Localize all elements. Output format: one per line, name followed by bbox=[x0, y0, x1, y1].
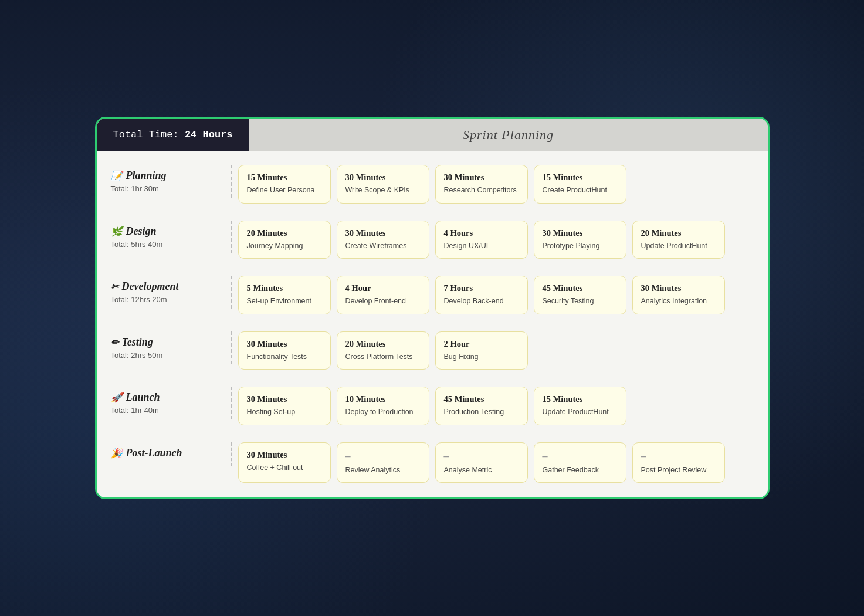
task-time-development-3: 45 Minutes bbox=[543, 283, 618, 293]
task-desc-design-4: Update ProductHunt bbox=[641, 241, 716, 252]
task-card-post-launch-0: 30 MinutesCoffee + Chill out bbox=[238, 442, 331, 483]
row-planning: 📝PlanningTotal: 1hr 30m15 MinutesDefine … bbox=[97, 157, 768, 212]
task-time-design-1: 30 Minutes bbox=[345, 228, 421, 238]
task-time-development-2: 7 Hours bbox=[444, 283, 519, 293]
task-time-planning-1: 30 Minutes bbox=[345, 172, 421, 182]
task-desc-post-launch-1: Review Analytics bbox=[345, 465, 421, 476]
task-card-design-3: 30 MinutesPrototype Playing bbox=[534, 221, 626, 259]
task-time-design-0: 20 Minutes bbox=[247, 228, 322, 238]
task-desc-post-launch-4: Post Project Review bbox=[641, 465, 716, 476]
category-name-launch: 🚀Launch bbox=[111, 391, 224, 404]
category-icon-post-launch: 🎉 bbox=[111, 448, 123, 459]
task-time-design-3: 30 Minutes bbox=[543, 228, 618, 238]
task-desc-launch-3: Update ProductHunt bbox=[543, 407, 618, 418]
task-time-design-2: 4 Hours bbox=[444, 228, 519, 238]
task-desc-launch-0: Hosting Set-up bbox=[247, 407, 322, 418]
task-time-development-0: 5 Minutes bbox=[247, 283, 322, 293]
row-label-post-launch: 🎉Post-Launch bbox=[106, 442, 232, 466]
task-time-post-launch-4: – bbox=[641, 450, 716, 462]
task-desc-post-launch-0: Coffee + Chill out bbox=[247, 463, 322, 473]
task-time-launch-3: 15 Minutes bbox=[543, 394, 618, 404]
cards-area-planning: 15 MinutesDefine User Persona30 MinutesW… bbox=[238, 165, 758, 204]
task-desc-testing-2: Bug Fixing bbox=[444, 352, 519, 363]
category-total-design: Total: 5hrs 40m bbox=[111, 240, 224, 249]
category-icon-development: ✂ bbox=[111, 281, 118, 292]
total-time-label: Total Time: 24 Hours bbox=[97, 119, 249, 151]
category-name-planning: 📝Planning bbox=[111, 170, 224, 182]
task-card-testing-1: 20 MinutesCross Platform Tests bbox=[337, 331, 429, 370]
task-time-development-1: 4 Hour bbox=[345, 283, 421, 293]
task-card-development-1: 4 HourDevelop Front-end bbox=[337, 276, 429, 314]
task-desc-launch-2: Production Testing bbox=[444, 407, 519, 418]
task-desc-launch-1: Deploy to Production bbox=[345, 407, 421, 418]
task-desc-planning-0: Define User Persona bbox=[247, 185, 322, 196]
task-card-post-launch-4: –Post Project Review bbox=[632, 442, 725, 483]
task-card-design-2: 4 HoursDesign UX/UI bbox=[435, 221, 528, 259]
task-desc-design-0: Journey Mapping bbox=[247, 241, 322, 252]
category-icon-launch: 🚀 bbox=[111, 392, 123, 403]
task-desc-development-2: Develop Back-end bbox=[444, 296, 519, 307]
task-card-launch-3: 15 MinutesUpdate ProductHunt bbox=[534, 387, 626, 425]
row-testing: ✏TestingTotal: 2hrs 50m30 MinutesFunctio… bbox=[97, 323, 768, 379]
task-desc-development-4: Analytics Integration bbox=[641, 296, 716, 307]
header: Total Time: 24 Hours Sprint Planning bbox=[97, 119, 768, 151]
category-total-planning: Total: 1hr 30m bbox=[111, 184, 224, 193]
task-card-design-4: 20 MinutesUpdate ProductHunt bbox=[632, 221, 725, 259]
row-label-development: ✂DevelopmentTotal: 12hrs 20m bbox=[106, 276, 232, 309]
category-text-post-launch: Post-Launch bbox=[126, 447, 182, 459]
task-time-testing-1: 20 Minutes bbox=[345, 339, 421, 349]
task-desc-testing-1: Cross Platform Tests bbox=[345, 352, 421, 363]
sprint-title: Sprint Planning bbox=[249, 119, 768, 151]
task-time-post-launch-2: – bbox=[444, 450, 519, 462]
row-label-design: 🌿DesignTotal: 5hrs 40m bbox=[106, 221, 232, 253]
table-body: 📝PlanningTotal: 1hr 30m15 MinutesDefine … bbox=[97, 151, 768, 497]
category-text-testing: Testing bbox=[122, 336, 153, 348]
task-card-design-1: 30 MinutesCreate Wireframes bbox=[337, 221, 429, 259]
task-desc-testing-0: Functionality Tests bbox=[247, 352, 322, 363]
category-name-development: ✂Development bbox=[111, 280, 224, 293]
row-development: ✂DevelopmentTotal: 12hrs 20m5 MinutesSet… bbox=[97, 268, 768, 323]
task-desc-design-2: Design UX/UI bbox=[444, 241, 519, 252]
task-card-planning-2: 30 MinutesResearch Competitors bbox=[435, 165, 528, 204]
task-desc-design-1: Create Wireframes bbox=[345, 241, 421, 252]
task-time-design-4: 20 Minutes bbox=[641, 228, 716, 238]
task-time-post-launch-3: – bbox=[543, 450, 618, 462]
category-text-launch: Launch bbox=[126, 391, 160, 404]
task-desc-planning-2: Research Competitors bbox=[444, 185, 519, 196]
task-card-planning-0: 15 MinutesDefine User Persona bbox=[238, 165, 331, 204]
total-time-text: Total Time: bbox=[113, 129, 179, 140]
task-card-post-launch-2: –Analyse Metric bbox=[435, 442, 528, 483]
total-time-value: 24 Hours bbox=[185, 129, 233, 140]
task-card-testing-0: 30 MinutesFunctionality Tests bbox=[238, 331, 331, 370]
task-card-planning-3: 15 MinutesCreate ProductHunt bbox=[534, 165, 626, 204]
task-card-development-0: 5 MinutesSet-up Environment bbox=[238, 276, 331, 314]
task-card-launch-0: 30 MinutesHosting Set-up bbox=[238, 387, 331, 425]
task-time-post-launch-1: – bbox=[345, 450, 421, 462]
cards-area-testing: 30 MinutesFunctionality Tests20 MinutesC… bbox=[238, 331, 758, 370]
task-time-post-launch-0: 30 Minutes bbox=[247, 450, 322, 460]
task-time-planning-3: 15 Minutes bbox=[543, 172, 618, 182]
category-name-design: 🌿Design bbox=[111, 225, 224, 238]
task-time-launch-1: 10 Minutes bbox=[345, 394, 421, 404]
task-desc-development-3: Security Testing bbox=[543, 296, 618, 307]
row-label-testing: ✏TestingTotal: 2hrs 50m bbox=[106, 331, 232, 364]
task-card-post-launch-1: –Review Analytics bbox=[337, 442, 429, 483]
cards-area-design: 20 MinutesJourney Mapping30 MinutesCreat… bbox=[238, 221, 758, 259]
category-total-development: Total: 12hrs 20m bbox=[111, 295, 224, 304]
category-icon-design: 🌿 bbox=[111, 226, 123, 237]
category-name-testing: ✏Testing bbox=[111, 336, 224, 348]
task-desc-post-launch-2: Analyse Metric bbox=[444, 465, 519, 476]
category-total-launch: Total: 1hr 40m bbox=[111, 406, 224, 415]
category-text-development: Development bbox=[122, 280, 179, 293]
task-time-testing-0: 30 Minutes bbox=[247, 339, 322, 349]
task-time-planning-2: 30 Minutes bbox=[444, 172, 519, 182]
task-time-planning-0: 15 Minutes bbox=[247, 172, 322, 182]
task-card-planning-1: 30 MinutesWrite Scope & KPIs bbox=[337, 165, 429, 204]
task-time-testing-2: 2 Hour bbox=[444, 339, 519, 349]
category-text-planning: Planning bbox=[126, 170, 167, 182]
task-card-development-2: 7 HoursDevelop Back-end bbox=[435, 276, 528, 314]
task-card-testing-2: 2 HourBug Fixing bbox=[435, 331, 528, 370]
task-time-launch-2: 45 Minutes bbox=[444, 394, 519, 404]
task-desc-post-launch-3: Gather Feedback bbox=[543, 465, 618, 476]
task-card-development-4: 30 MinutesAnalytics Integration bbox=[632, 276, 725, 314]
